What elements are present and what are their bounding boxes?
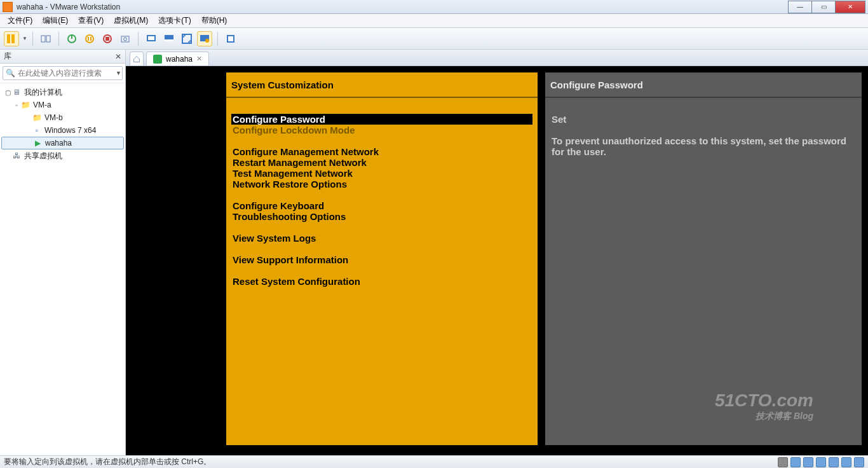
vm-running-icon	[153, 55, 162, 64]
svg-rect-1	[11, 34, 15, 43]
tree-item-wahaha[interactable]: ▶ wahaha	[1, 137, 124, 149]
search-icon: 🔍	[6, 69, 15, 78]
menu-vm[interactable]: 虚拟机(M)	[110, 14, 152, 27]
dcui-menu-item[interactable]: View Support Information	[231, 254, 532, 265]
tray-usb-icon[interactable]	[816, 457, 826, 467]
vm-icon: ▫	[32, 125, 42, 135]
maximize-button[interactable]: ▭	[811, 1, 836, 13]
home-tab[interactable]	[130, 52, 144, 65]
tree-root-shared[interactable]: 🖧 共享虚拟机	[1, 149, 124, 162]
dropdown-caret-icon[interactable]: ▼	[22, 36, 27, 41]
dcui-left-title: System Customization	[226, 72, 538, 98]
folder-icon: 📁	[20, 100, 31, 110]
expand-icon[interactable]: ▫	[13, 102, 20, 109]
tab-label: wahaha	[166, 55, 193, 64]
close-icon[interactable]: ✕	[196, 55, 202, 63]
library-search: 🔍 ▼	[0, 64, 125, 83]
status-text: 要将输入定向到该虚拟机，请在虚拟机内部单击或按 Ctrl+G。	[4, 457, 211, 467]
svg-rect-14	[148, 36, 154, 40]
power-on-button[interactable]	[64, 31, 79, 46]
svg-rect-21	[228, 36, 233, 41]
library-tree: ▢ 🖥 我的计算机 ▫ 📁 VM-a 📁 VM-b ▫ Windows 7 x6…	[0, 83, 125, 165]
tree-item-vm-a[interactable]: ▫ 📁 VM-a	[1, 99, 124, 111]
tree-label: Windows 7 x64	[44, 126, 96, 135]
menu-bar: 文件(F) 编辑(E) 查看(V) 虚拟机(M) 选项卡(T) 帮助(H)	[0, 14, 868, 28]
app-icon	[3, 2, 13, 12]
tray-printer-icon[interactable]	[841, 457, 851, 467]
fullscreen-button[interactable]	[179, 31, 194, 46]
menu-tabs[interactable]: 选项卡(T)	[154, 14, 194, 27]
menu-edit[interactable]: 编辑(E)	[39, 14, 72, 27]
thumbnail-button[interactable]	[38, 31, 53, 46]
esxi-dcui-console[interactable]: System Customization Configure PasswordC…	[170, 66, 824, 439]
search-input-wrap[interactable]: 🔍 ▼	[3, 66, 123, 80]
svg-rect-2	[41, 36, 45, 42]
dcui-menu[interactable]: Configure PasswordConfigure Lockdown Mod…	[226, 98, 538, 445]
dcui-root: System Customization Configure PasswordC…	[226, 72, 868, 445]
show-console-button[interactable]	[144, 31, 159, 46]
dcui-menu-item[interactable]: Test Management Network	[231, 168, 532, 179]
tray-net-icon[interactable]	[803, 457, 813, 467]
minimize-button[interactable]: —	[788, 1, 812, 13]
tray-cd-icon[interactable]	[790, 457, 801, 467]
vm-console[interactable]: System Customization Configure PasswordC…	[126, 66, 868, 455]
dcui-menu-item[interactable]: Configure Keyboard	[231, 200, 532, 211]
library-title: 库	[4, 51, 11, 62]
unity-button[interactable]	[197, 31, 212, 46]
svg-rect-3	[46, 36, 50, 42]
power-off-button[interactable]	[100, 31, 115, 46]
tree-item-vm-b[interactable]: 📁 VM-b	[1, 111, 124, 124]
dcui-right-title: Configure Password	[545, 72, 862, 98]
svg-point-19	[205, 39, 209, 43]
tree-label: VM-b	[44, 113, 63, 122]
library-sidebar: 库 ✕ 🔍 ▼ ▢ 🖥 我的计算机 ▫ 📁 VM-a 📁	[0, 50, 126, 455]
dcui-menu-item[interactable]: Troubleshooting Options	[231, 211, 532, 222]
tab-strip: wahaha ✕	[126, 50, 868, 66]
collapse-icon[interactable]: ▢	[4, 89, 11, 96]
toolbar-separator	[58, 32, 59, 46]
window-controls: — ▭ ✕	[789, 1, 865, 13]
content-area: wahaha ✕ System Customization Configure …	[126, 50, 868, 455]
status-bar: 要将输入定向到该虚拟机，请在虚拟机内部单击或按 Ctrl+G。	[0, 455, 868, 468]
dcui-left-panel: System Customization Configure PasswordC…	[226, 72, 538, 445]
svg-rect-0	[7, 34, 10, 43]
toolbar: ▼	[0, 28, 868, 50]
window-titlebar: wahaha - VMware Workstation — ▭ ✕	[0, 0, 868, 14]
library-toggle-button[interactable]	[4, 31, 19, 46]
tray-display-icon[interactable]	[854, 457, 864, 467]
dcui-menu-item[interactable]: Configure Management Network	[231, 146, 532, 157]
folder-icon: 📁	[32, 113, 42, 123]
dcui-menu-item[interactable]: Configure Lockdown Mode	[231, 125, 532, 135]
dcui-menu-item[interactable]: Network Restore Options	[231, 179, 532, 189]
dcui-right-title-text: Configure Password	[550, 79, 643, 90]
shared-icon: 🖧	[11, 151, 22, 161]
tree-label: VM-a	[33, 100, 51, 109]
dcui-menu-item[interactable]: Reset System Configuration	[231, 276, 532, 287]
search-input[interactable]	[18, 69, 113, 78]
vm-running-icon: ▶	[32, 138, 43, 148]
menu-view[interactable]: 查看(V)	[74, 14, 107, 27]
menu-help[interactable]: 帮助(H)	[198, 14, 231, 27]
tree-label: 我的计算机	[24, 87, 62, 98]
dcui-detail-status: Set	[550, 114, 857, 125]
window-title: wahaha - VMware Workstation	[17, 3, 120, 11]
menu-file[interactable]: 文件(F)	[4, 14, 36, 27]
chevron-down-icon[interactable]: ▼	[116, 70, 121, 76]
tree-item-win7[interactable]: ▫ Windows 7 x64	[1, 124, 124, 137]
suspend-button[interactable]	[82, 31, 97, 46]
show-desktop-button[interactable]	[161, 31, 177, 46]
library-header: 库 ✕	[0, 50, 125, 64]
close-button[interactable]: ✕	[835, 1, 865, 13]
manage-button[interactable]	[223, 31, 238, 46]
dcui-menu-item[interactable]: Restart Management Network	[231, 157, 532, 168]
close-icon[interactable]: ✕	[115, 52, 121, 61]
snapshot-button[interactable]	[118, 31, 133, 46]
toolbar-separator	[138, 32, 139, 46]
tab-wahaha[interactable]: wahaha ✕	[146, 52, 209, 65]
tree-root-mycomputer[interactable]: ▢ 🖥 我的计算机	[1, 86, 124, 99]
dcui-menu-item[interactable]: View System Logs	[231, 233, 532, 244]
dcui-menu-item[interactable]: Configure Password	[231, 114, 532, 125]
tray-sound-icon[interactable]	[829, 457, 839, 467]
tray-hdd-icon[interactable]	[778, 457, 788, 467]
dcui-detail: Set To prevent unauthorized access to th…	[545, 98, 862, 445]
